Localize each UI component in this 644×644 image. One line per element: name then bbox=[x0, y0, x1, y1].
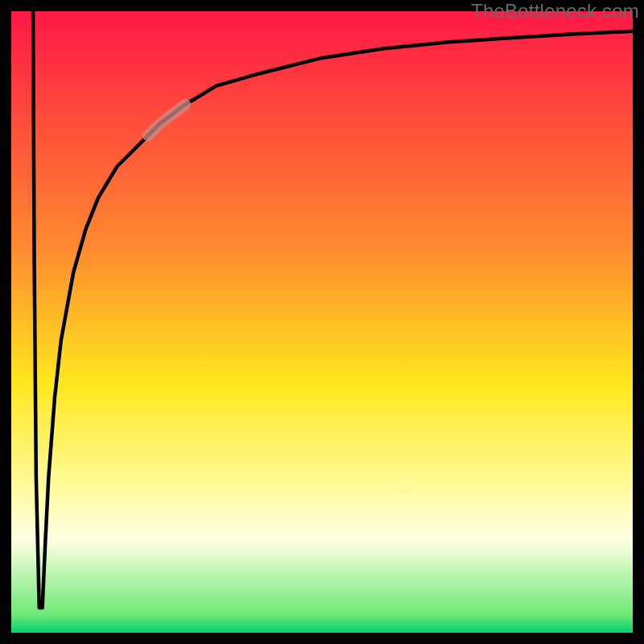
plot-background bbox=[11, 11, 633, 633]
chart-canvas bbox=[0, 0, 644, 644]
watermark-label: TheBottleneck.com bbox=[471, 0, 639, 23]
bottleneck-chart: TheBottleneck.com bbox=[0, 0, 644, 644]
